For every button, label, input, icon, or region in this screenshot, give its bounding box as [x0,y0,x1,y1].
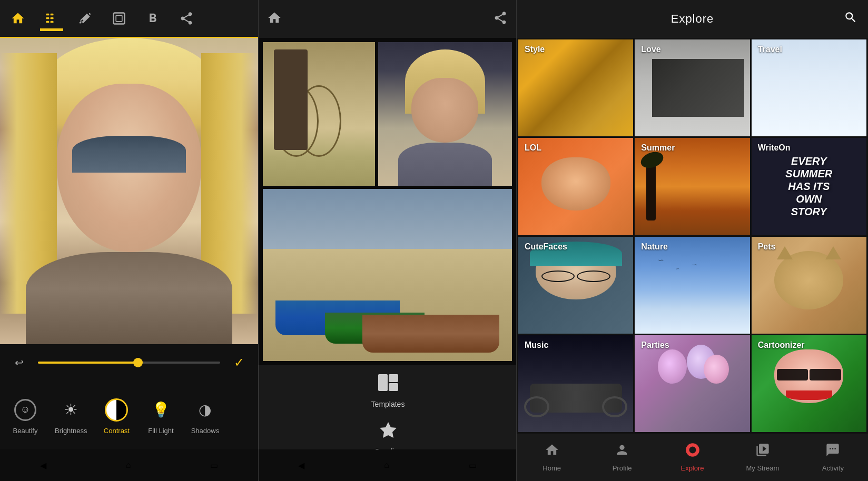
tool-shadows-label: Shadows [191,427,219,435]
frame-button[interactable] [107,7,131,30]
confirm-button[interactable]: ✓ [229,352,250,373]
grid-cell-lol[interactable]: LOL [518,138,633,235]
tool-brightness-label: Brightness [55,427,87,435]
grid-cell-summer[interactable]: Summer [635,138,749,235]
profile-nav-icon [615,443,629,461]
bird-3: ∽ [692,261,697,268]
panel-explore: Explore Style Love Travel LOL [516,0,868,481]
beautify-icon: ☺ [12,396,39,424]
nav-profile[interactable]: Profile [587,438,657,476]
svg-rect-4 [51,17,54,19]
collage-cell-boats[interactable] [263,189,512,361]
explore-header: Explore [517,0,868,38]
collage-share-button[interactable] [493,11,508,27]
love-label: Love [641,45,660,54]
grid-cell-style[interactable]: Style [518,39,633,136]
goodies-icon [375,417,401,443]
panel-editor: ↩ ✓ ☺ Beautify ☀ Brightness [0,0,258,481]
svg-rect-1 [46,17,50,19]
tool-shadows[interactable]: ◑ Shadows [184,392,226,439]
nav-explore-label: Explore [680,464,704,472]
search-button[interactable] [844,11,857,27]
nav-profile-label: Profile [613,464,632,472]
grid-cell-nature[interactable]: ∽ ∽ ∽ Nature [635,237,749,334]
nav-home-label: Home [542,464,561,472]
collage-display [259,38,516,365]
bicycle-photo [263,42,375,186]
slider-row: ↩ ✓ [0,344,258,381]
cat-ear-right [825,246,841,259]
grid-cell-writeon[interactable]: WriteOn EVERY SUMMER HAS ITS OWN STORY [752,138,866,235]
style-label: Style [525,45,545,54]
undo-button[interactable]: ↩ [8,352,29,373]
nav-mystream-label: My Stream [746,464,780,472]
nav-explore[interactable]: Explore [657,438,727,476]
photo-background [0,38,258,344]
brightness-slider[interactable] [38,362,220,364]
editor-tools-row: ☺ Beautify ☀ Brightness Contrast 💡 Fill … [0,381,258,449]
collage-home-button[interactable] [267,11,282,27]
tool-templates[interactable]: Templates [363,365,413,413]
tool-brightness[interactable]: ☀ Brightness [48,392,93,439]
nav-activity-label: Activity [822,464,844,472]
adjust-tools-button[interactable] [40,7,63,30]
palm-trunk-1 [646,162,655,221]
contrast-icon [103,396,130,424]
templates-icon [375,369,401,396]
collage-cell-bicycle[interactable] [263,42,375,186]
music-label: Music [525,340,548,350]
lol-face [541,157,610,211]
collage-top-bar [259,0,516,38]
grid-cell-travel[interactable]: Travel [752,39,866,136]
grid-cell-cartoonizer[interactable]: Cartoonizer [752,335,866,432]
collage-recents-button[interactable]: ▭ [469,460,477,470]
back-nav-button[interactable]: ◀ [40,460,46,470]
collage-back-button[interactable]: ◀ [298,460,304,470]
nav-home[interactable]: Home [517,438,587,476]
recents-nav-button[interactable]: ▭ [210,460,218,470]
grid-cell-pets[interactable]: Pets [752,237,866,334]
bird-2: ∽ [675,266,679,272]
portrait-face [411,78,478,143]
tool-filllight[interactable]: 💡 Fill Light [140,392,182,439]
activity-nav-icon [825,443,840,461]
wand-button[interactable] [74,7,97,30]
tool-contrast[interactable]: Contrast [95,392,137,439]
grid-cell-parties[interactable]: Parties [635,335,749,432]
nav-activity[interactable]: Activity [798,438,868,476]
explore-grid: Style Love Travel LOL Summer [517,38,868,434]
svg-rect-2 [46,21,50,23]
glasses [541,270,610,282]
collage-top-row [263,42,512,186]
explore-title: Explore [671,12,714,26]
brightness-icon: ☀ [57,396,85,424]
shadows-icon: ◑ [191,396,219,424]
portrait-photo [378,42,512,186]
cat-ear-left [777,246,793,259]
grid-cell-cutefaces[interactable]: CuteFaces [518,237,633,334]
home-nav-icon [545,443,559,461]
grid-cell-love[interactable]: Love [635,39,749,136]
tool-beautify[interactable]: ☺ Beautify [4,392,46,439]
editor-top-bar [0,0,258,38]
home-button[interactable] [6,7,29,30]
svg-rect-3 [51,13,54,15]
bold-button[interactable] [141,7,164,30]
slider-thumb [133,358,143,367]
love-figure [652,59,744,117]
collage-cell-portrait[interactable] [378,42,512,186]
slider-fill [38,362,138,364]
home-nav-button[interactable]: ⌂ [126,460,131,470]
photo-display [0,38,258,344]
eyes-area [72,136,186,173]
nav-mystream[interactable]: My Stream [727,438,797,476]
cartoon-glasses [777,369,841,380]
svg-rect-6 [114,13,125,24]
svg-rect-5 [51,21,54,23]
portrait-body [398,143,492,186]
lol-label: LOL [525,143,541,153]
grid-cell-music[interactable]: Music [518,335,633,432]
writeon-label: WriteOn [758,143,791,153]
collage-home-nav-button[interactable]: ⌂ [384,460,389,470]
share-button[interactable] [175,7,198,30]
